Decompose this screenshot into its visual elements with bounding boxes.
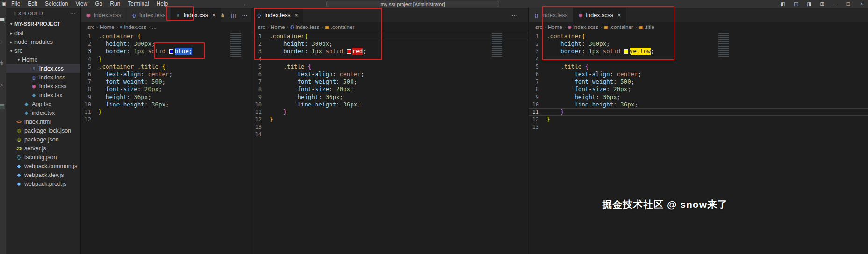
code-line[interactable]: 11 } <box>251 108 528 116</box>
customize-layout-icon[interactable]: ⊞ <box>816 0 829 8</box>
code-line[interactable]: 5 .title { <box>529 63 868 71</box>
code-line[interactable]: 14 <box>251 131 528 138</box>
tab-index.scss[interactable]: ◉index.scss× <box>573 8 626 22</box>
close-icon[interactable]: × <box>855 0 868 8</box>
search-icon[interactable]: ◌ <box>0 38 6 59</box>
file-server.js[interactable]: JSserver.js <box>6 144 80 153</box>
open-changes-icon[interactable]: ⋔ <box>221 12 225 19</box>
file-webpack.prod.js[interactable]: ◆webpack.prod.js <box>6 179 80 188</box>
file-index.css[interactable]: #index.css <box>6 64 80 73</box>
code-line[interactable]: 6 text-align: center; <box>81 71 251 78</box>
close-tab-icon[interactable]: × <box>295 12 299 19</box>
minimize-icon[interactable]: ─ <box>829 0 842 8</box>
more-actions-icon[interactable]: ⋯ <box>511 12 517 19</box>
layout-sidebar-left-icon[interactable]: ◧ <box>776 0 789 8</box>
file-tsconfig.json[interactable]: {}tsconfig.json <box>6 153 80 162</box>
code-line[interactable]: 5 .title { <box>251 63 528 71</box>
breadcrumb-item[interactable]: src <box>87 24 94 30</box>
close-tab-icon[interactable]: × <box>617 12 621 19</box>
breadcrumb-item[interactable]: #index.css <box>120 24 146 30</box>
file-index.less[interactable]: {}index.less <box>6 73 80 82</box>
code-line[interactable]: 9 height: 36px; <box>251 93 528 101</box>
layout-sidebar-right-icon[interactable]: ◨ <box>803 0 816 8</box>
breadcrumb-item[interactable]: Home <box>100 24 115 30</box>
breadcrumb-item[interactable]: Home <box>271 24 285 30</box>
code-line[interactable]: 7 font-weight: 500; <box>529 78 868 85</box>
code-line[interactable]: 2 height: 300px; <box>251 40 528 48</box>
breadcrumb-item[interactable]: {}index.less <box>290 24 319 30</box>
split-editor-icon[interactable]: ◫ <box>231 12 236 19</box>
folder-src[interactable]: ▾src <box>6 46 80 55</box>
menu-go[interactable]: Go <box>91 0 106 8</box>
code-line[interactable]: 12} <box>251 116 528 123</box>
code-line[interactable]: 5.container .title { <box>81 63 251 71</box>
code-line[interactable]: 7 font-weight: 500; <box>81 78 251 85</box>
code-line[interactable]: 10 line-height: 36px; <box>81 101 251 108</box>
file-webpack.common.js[interactable]: ◆webpack.common.js <box>6 162 80 170</box>
code-line[interactable]: 6 text-align: center; <box>251 71 528 78</box>
code-line[interactable]: 1.container{ <box>529 33 868 40</box>
code-line[interactable]: 3 border: 1px solid red; <box>251 48 528 55</box>
minimap[interactable] <box>718 33 732 57</box>
tab-index.less[interactable]: {}index.less <box>529 8 573 22</box>
code-line[interactable]: 9 height: 36px; <box>81 93 251 101</box>
code-line[interactable]: 9 height: 36px; <box>529 93 868 101</box>
code-line[interactable]: 1.container { <box>81 33 251 40</box>
file-index.tsx[interactable]: ◈index.tsx <box>6 91 80 99</box>
file-index.html[interactable]: <>index.html <box>6 117 80 126</box>
code-line[interactable]: 6 text-align: center; <box>529 71 868 78</box>
breadcrumb-item[interactable]: ... <box>152 24 157 30</box>
code-line[interactable]: 7 font-weight: 500; <box>251 78 528 85</box>
minimap[interactable] <box>492 33 505 57</box>
code-line[interactable]: 2 height: 300px; <box>81 40 251 48</box>
code-line[interactable]: 8 font-size: 20px; <box>529 85 868 93</box>
more-actions-icon[interactable]: ⋯ <box>242 12 247 19</box>
breadcrumb-item[interactable]: ▣.container <box>325 24 354 30</box>
code-line[interactable]: 3 border: 1px solid yellow; <box>529 48 868 55</box>
code-line[interactable]: 12 <box>81 116 251 123</box>
code-line[interactable]: 10 line-height: 36px; <box>529 101 868 108</box>
minimap[interactable] <box>230 33 244 57</box>
file-webpack.dev.js[interactable]: ◆webpack.dev.js <box>6 170 80 179</box>
code-line[interactable]: 3 border: 1px solid blue; <box>81 48 251 55</box>
close-tab-icon[interactable]: × <box>212 12 216 19</box>
breadcrumb-item[interactable]: src <box>258 24 265 30</box>
file-index.scss[interactable]: ◉index.scss <box>6 82 80 91</box>
code-line[interactable]: 10 line-height: 36px; <box>251 101 528 108</box>
folder-node_modules[interactable]: ▸node_modules <box>6 37 80 46</box>
more-actions-icon[interactable]: ⋯ <box>70 10 76 17</box>
breadcrumb-item[interactable]: src <box>535 24 542 30</box>
code-line[interactable]: 8 font-size: 20px; <box>81 85 251 93</box>
maximize-icon[interactable]: □ <box>842 0 855 8</box>
file-package-lock.json[interactable]: {}package-lock.json <box>6 126 80 135</box>
menu-terminal[interactable]: Terminal <box>124 0 152 8</box>
menu-run[interactable]: Run <box>106 0 124 8</box>
folder-dist[interactable]: ▸dist <box>6 28 80 37</box>
code-line[interactable]: 4 <box>529 56 868 63</box>
source-control-icon[interactable]: ⋔ <box>0 59 6 81</box>
menu-selection[interactable]: Selection <box>41 0 72 8</box>
menu-file[interactable]: File <box>7 0 24 8</box>
code-line[interactable]: 11} <box>81 108 251 116</box>
tab-index.less[interactable]: {}index.less× <box>251 8 303 22</box>
folder-Home[interactable]: ▾Home <box>6 55 80 64</box>
code-line[interactable]: 2 height: 300px; <box>529 40 868 48</box>
tab-index.scss[interactable]: ◉index.scss <box>81 8 126 22</box>
code-line[interactable]: 13 <box>251 123 528 131</box>
menu-view[interactable]: View <box>72 0 91 8</box>
workspace-root[interactable]: ▾ MY-SSR-PROJECT <box>6 19 80 28</box>
command-center[interactable]: my-ssr-project [Administrator] <box>326 1 499 7</box>
breadcrumb-item[interactable]: ▣.container <box>604 24 633 30</box>
navigate-back-icon[interactable]: ← <box>243 0 248 8</box>
menu-edit[interactable]: Edit <box>24 0 41 8</box>
breadcrumb-item[interactable]: ▣.title <box>638 24 654 30</box>
menu-help[interactable]: Help <box>153 0 172 8</box>
code-line[interactable]: 4 <box>251 56 528 63</box>
code-line[interactable]: 12} <box>529 116 868 123</box>
tab-index.less[interactable]: {}index.less <box>126 8 171 22</box>
extensions-icon[interactable]: ▦ <box>0 102 6 124</box>
explorer-icon[interactable]: ▤ <box>0 16 6 38</box>
file-index.tsx[interactable]: ◈index.tsx <box>6 108 80 117</box>
run-debug-icon[interactable]: ▷ <box>0 81 6 102</box>
breadcrumb-item[interactable]: ◉index.scss <box>567 24 598 30</box>
